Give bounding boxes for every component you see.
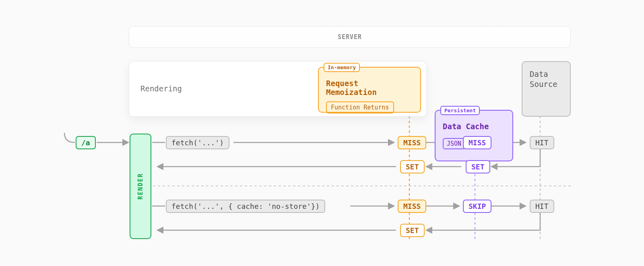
memo-badge: In-memory xyxy=(324,63,360,72)
flow2-ds-hit: HIT xyxy=(530,200,554,213)
data-source-line1: Data xyxy=(530,69,563,79)
flow1-memo-set: SET xyxy=(400,160,425,173)
flow1-fetch: fetch('...') xyxy=(166,136,229,149)
render-bar: RENDER xyxy=(130,134,151,239)
flow2-memo-miss: MISS xyxy=(398,200,426,213)
data-cache-panel: Persistent Data Cache JSON xyxy=(435,110,513,161)
flow1-memo-miss: MISS xyxy=(398,136,426,149)
data-source-line2: Source xyxy=(530,79,563,89)
flow1-ds-hit: HIT xyxy=(530,136,554,149)
cache-sub: JSON xyxy=(443,138,465,149)
render-label: RENDER xyxy=(137,173,144,200)
rendering-label: Rendering xyxy=(140,84,182,93)
flow1-cache-miss: MISS xyxy=(463,136,491,149)
request-memoization-panel: In-memory Request Memoization Function R… xyxy=(318,67,421,113)
flow2-memo-set: SET xyxy=(400,224,425,237)
server-label: SERVER xyxy=(338,33,362,41)
memo-title: Request Memoization xyxy=(326,79,413,97)
flow2-fetch: fetch('...', { cache: 'no-store'}) xyxy=(166,200,325,213)
data-source-panel: Data Source xyxy=(522,61,571,117)
cache-badge: Persistent xyxy=(440,106,480,115)
flow1-cache-set: SET xyxy=(466,160,490,173)
server-banner: SERVER xyxy=(129,26,571,48)
flow2-cache-skip: SKIP xyxy=(463,200,491,213)
memo-sub: Function Returns xyxy=(326,101,394,113)
route-chip: /a xyxy=(76,136,96,149)
route-path: /a xyxy=(81,138,90,147)
cache-title: Data Cache xyxy=(443,122,505,131)
